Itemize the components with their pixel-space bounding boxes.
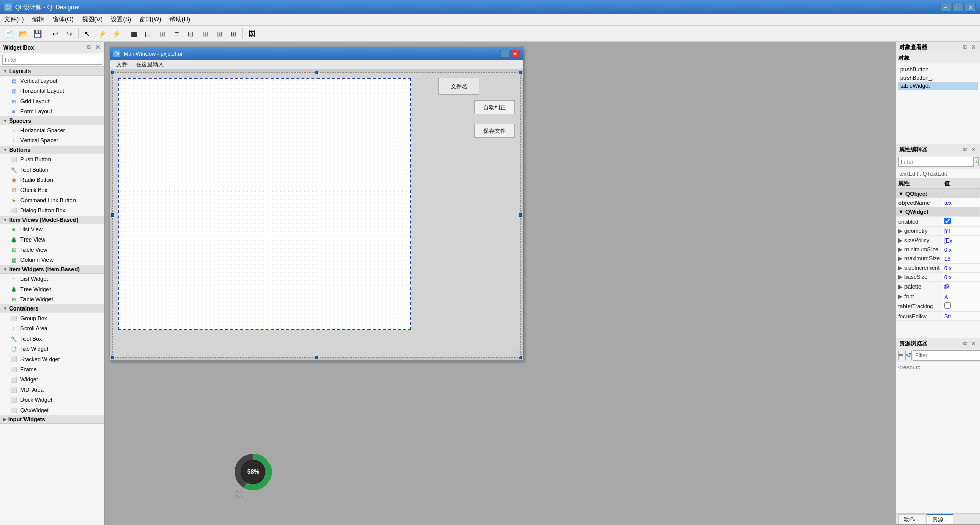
toolbar-redo[interactable]: ↪ [63, 27, 76, 40]
toolbar-layout-h[interactable]: ▥ [127, 27, 140, 40]
menu-form[interactable]: 窗体(O) [48, 14, 78, 25]
menu-edit[interactable]: 编辑 [28, 14, 48, 25]
property-editor-float[interactable]: ⧉ [962, 146, 968, 153]
resource-refresh-button[interactable]: ↺ [905, 351, 912, 360]
menu-file[interactable]: 文件(F) [0, 14, 28, 25]
prop-row-font[interactable]: ▶font A [896, 292, 980, 301]
item-horizontal-layout[interactable]: ▥ Horizontal Layout [0, 86, 104, 96]
section-spacers[interactable]: ▼ Spacers [0, 116, 104, 125]
item-scroll-area[interactable]: ↕ Scroll Area [0, 323, 104, 333]
prop-row-basesize[interactable]: ▶baseSize 0 x [896, 273, 980, 282]
resource-edit-button[interactable]: ✏ [898, 351, 904, 360]
menu-settings[interactable]: 设置(S) [107, 14, 135, 25]
object-item-pushbutton2[interactable]: pushButton_: [898, 74, 978, 82]
item-qaxwidget[interactable]: ⬜ QAxWidget [0, 405, 104, 415]
item-table-view[interactable]: ⊞ Table View [0, 245, 104, 255]
item-group-box[interactable]: ⬜ Group Box [0, 313, 104, 323]
toolbar-layout-splitter-v[interactable]: ⊞ [227, 27, 240, 40]
textedit-widget[interactable] [118, 78, 411, 330]
property-filter-input[interactable] [898, 157, 974, 167]
size-grip[interactable]: ⋮ [513, 350, 520, 357]
object-inspector-float[interactable]: ⧉ [962, 44, 968, 51]
save-file-button[interactable]: 保存文件 [474, 124, 515, 138]
item-vertical-spacer[interactable]: ↕ Vertical Spacer [0, 135, 104, 146]
property-editor-close[interactable]: ✕ [970, 146, 977, 153]
toolbar-preview[interactable]: 🖼 [245, 27, 258, 40]
item-widget[interactable]: ⬜ Widget [0, 374, 104, 385]
section-input-widgets[interactable]: ▶ Input Widgets [0, 415, 104, 424]
prop-row-objectname[interactable]: objectName tex [896, 198, 980, 207]
item-column-view[interactable]: ▦ Column View [0, 255, 104, 265]
item-list-widget[interactable]: ≡ List Widget [0, 274, 104, 284]
item-list-view[interactable]: ≡ List View [0, 224, 104, 234]
item-dialog-button-box[interactable]: ⬜ Dialog Button Box [0, 205, 104, 216]
toolbar-widget-edit[interactable]: ↖ [81, 27, 94, 40]
widget-box-float[interactable]: ⧉ [86, 44, 92, 51]
close-button[interactable]: ✕ [965, 3, 976, 12]
prop-row-minimumsize[interactable]: ▶minimumSize 0 x [896, 245, 980, 254]
menu-help[interactable]: 帮助(H) [165, 14, 194, 25]
prop-row-sizeincrement[interactable]: ▶sizeIncrement 0 x [896, 264, 980, 273]
prop-value-tablettracking[interactable] [942, 301, 980, 312]
item-stacked-widget[interactable]: ⬜ Stacked Widget [0, 354, 104, 364]
section-buttons[interactable]: ▼ Buttons [0, 146, 104, 154]
item-tree-widget[interactable]: 🌲 Tree Widget [0, 284, 104, 294]
toolbar-new[interactable]: 📄 [2, 27, 15, 40]
minimize-button[interactable]: − [940, 3, 951, 12]
toolbar-layout-form[interactable]: ≡ [170, 27, 183, 40]
toolbar-layout-adjust[interactable]: ⊞ [199, 27, 212, 40]
item-dock-widget[interactable]: ⬜ Dock Widget [0, 395, 104, 405]
item-tool-box[interactable]: 🔧 Tool Box [0, 333, 104, 344]
prop-value-objectname[interactable]: tex [942, 198, 980, 207]
toolbar-layout-grid[interactable]: ⊞ [156, 27, 169, 40]
item-radio-button[interactable]: ◉ Radio Button [0, 175, 104, 185]
prop-row-sizepolicy[interactable]: ▶sizePolicy [Ex [896, 236, 980, 245]
widget-filter-input[interactable] [2, 55, 102, 65]
tab-resources[interactable]: 资源... [926, 514, 953, 524]
item-command-link-button[interactable]: ➤ Command Link Button [0, 195, 104, 205]
toolbar-layout-v[interactable]: ▤ [141, 27, 155, 40]
toolbar-layout-splitter-h[interactable]: ⊞ [213, 27, 226, 40]
prop-tablettracking-checkbox[interactable] [944, 302, 951, 309]
object-item-tablewidget[interactable]: tableWidget [898, 82, 978, 90]
designer-minimize-button[interactable]: − [500, 50, 509, 58]
designer-close-button[interactable]: ✕ [510, 50, 520, 58]
widget-box-close[interactable]: ✕ [94, 44, 101, 51]
toolbar-connect[interactable]: ⚡ [95, 27, 108, 40]
section-item-widgets[interactable]: ▼ Item Widgets (Item-Based) [0, 265, 104, 274]
prop-row-palette[interactable]: ▶palette 继 [896, 282, 980, 292]
menu-window[interactable]: 窗口(W) [135, 14, 165, 25]
resource-browser-close[interactable]: ✕ [970, 340, 977, 347]
item-grid-layout[interactable]: ⊞ Grid Layout [0, 96, 104, 106]
prop-row-tablettracking[interactable]: tabletTracking [896, 301, 980, 312]
item-check-box[interactable]: ☑ Check Box [0, 185, 104, 195]
item-tab-widget[interactable]: 📑 Tab Widget [0, 344, 104, 354]
maximize-button[interactable]: □ [952, 3, 964, 12]
tab-actions[interactable]: 动作... [898, 514, 925, 524]
item-horizontal-spacer[interactable]: ↔ Horizontal Spacer [0, 125, 104, 135]
item-form-layout[interactable]: ≡ Form Layout [0, 106, 104, 116]
item-tree-view[interactable]: 🌲 Tree View [0, 234, 104, 245]
resource-browser-float[interactable]: ⧉ [962, 340, 968, 347]
section-containers[interactable]: ▼ Containers [0, 304, 104, 313]
designer-menu-input[interactable]: 在这里输入 [132, 60, 168, 69]
prop-enabled-checkbox[interactable] [944, 218, 951, 224]
prop-row-focuspolicy[interactable]: focusPolicy Str [896, 312, 980, 321]
toolbar-layout-break[interactable]: ⊟ [184, 27, 198, 40]
item-vertical-layout[interactable]: ▤ Vertical Layout [0, 76, 104, 86]
item-mdi-area[interactable]: ⬜ MDI Area [0, 385, 104, 395]
property-add-button[interactable]: + [975, 157, 979, 166]
toolbar-undo[interactable]: ↩ [48, 27, 62, 40]
prop-row-enabled[interactable]: enabled [896, 217, 980, 227]
object-item-pushbutton[interactable]: pushButton [898, 65, 978, 74]
prop-row-geometry[interactable]: ▶geometry [(1 [896, 227, 980, 236]
toolbar-open[interactable]: 📂 [16, 27, 30, 40]
designer-canvas[interactable]: 文件名 自动纠正 保存文件 ⋮ [112, 72, 521, 358]
item-frame[interactable]: ⬜ Frame [0, 364, 104, 374]
toolbar-save[interactable]: 💾 [31, 27, 44, 40]
resource-filter-input[interactable] [913, 350, 980, 361]
item-table-widget[interactable]: ⊞ Table Widget [0, 294, 104, 304]
designer-menu-file[interactable]: 文件 [112, 60, 132, 69]
prop-row-maximumsize[interactable]: ▶maximumSize 16 [896, 254, 980, 264]
object-inspector-close[interactable]: ✕ [970, 44, 977, 51]
